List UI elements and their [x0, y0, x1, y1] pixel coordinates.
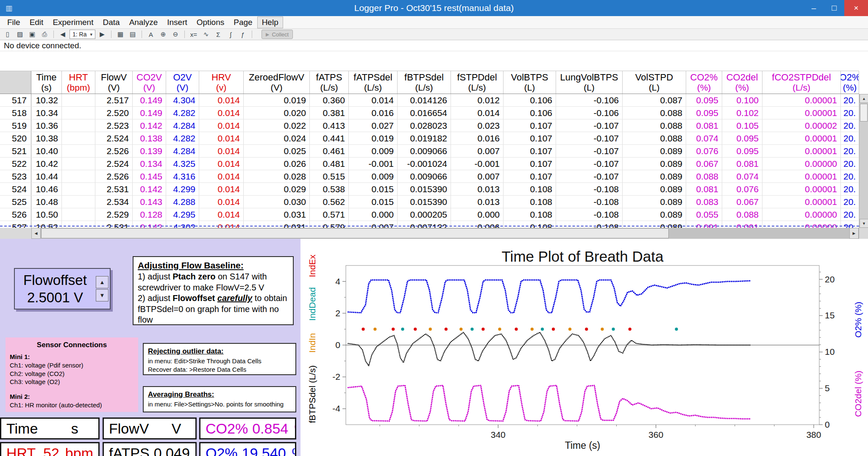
cell[interactable]: 0.067 [722, 196, 762, 208]
cell[interactable]: 0.055 [686, 208, 722, 221]
cell[interactable]: -0.108 [556, 183, 623, 195]
cell[interactable]: 0.019 [349, 132, 398, 144]
cell[interactable]: 0.014 [199, 132, 244, 144]
cell[interactable]: 0.00000 [762, 221, 841, 228]
cell[interactable]: 0.074 [686, 132, 722, 144]
cell[interactable]: 10.34 [31, 107, 62, 119]
meter-hrt[interactable]: HRT52bpm [0, 442, 100, 456]
menu-item-page[interactable]: Page [229, 17, 257, 28]
cell[interactable]: 0.016 [451, 132, 504, 144]
cell[interactable] [62, 145, 95, 157]
cell[interactable]: 0.107 [504, 132, 556, 144]
cell[interactable]: 0.076 [722, 183, 762, 195]
cell[interactable]: 10.52 [31, 221, 62, 228]
meter-co2pct[interactable]: CO2%0.854% [199, 417, 296, 439]
cell[interactable]: 20. [841, 208, 859, 221]
cell[interactable]: 2.531 [95, 221, 133, 228]
cell[interactable]: 0.081 [686, 119, 722, 132]
cell[interactable]: 4.284 [166, 145, 199, 157]
cell[interactable]: 0.100 [722, 94, 762, 106]
cell[interactable]: -0.108 [556, 208, 623, 221]
cell[interactable]: 0.108 [504, 221, 556, 228]
cell[interactable]: 0.095 [686, 94, 722, 106]
cell[interactable]: 0.128 [133, 208, 166, 221]
column-header-co2pct[interactable]: CO2%(%) [686, 71, 722, 94]
cell[interactable]: 10.38 [31, 132, 62, 144]
cell[interactable]: 0.105 [722, 119, 762, 132]
cell[interactable]: 4.282 [166, 132, 199, 144]
data-table-icon[interactable]: ▦ [115, 29, 126, 39]
cell[interactable]: 0.102 [722, 107, 762, 119]
cell[interactable]: 2.524 [95, 158, 133, 170]
new-file-icon[interactable]: ▯ [2, 29, 13, 39]
cell[interactable]: 0.562 [310, 196, 349, 208]
cell[interactable]: 0.007 [451, 170, 504, 182]
cell[interactable]: 0.00001 [762, 107, 841, 119]
cell[interactable] [62, 119, 95, 132]
row-number[interactable]: 524 [0, 183, 31, 195]
row-number[interactable]: 517 [0, 94, 31, 106]
cell[interactable]: 0.106 [504, 94, 556, 106]
cell[interactable]: 0.023 [451, 119, 504, 132]
cell[interactable]: 2.524 [95, 132, 133, 144]
cell[interactable]: -0.001024 [398, 158, 451, 170]
cell[interactable]: -0.107 [556, 158, 623, 170]
cell[interactable]: 0.089 [623, 221, 686, 228]
cell[interactable]: 0.108 [504, 183, 556, 195]
column-header-fstpddel[interactable]: fSTPDdel(L/s) [451, 71, 504, 94]
cell[interactable]: 0.031 [244, 208, 310, 221]
cell[interactable]: 0.014 [199, 107, 244, 119]
cell[interactable]: 10.48 [31, 196, 62, 208]
cell[interactable]: 0.087 [623, 94, 686, 106]
cell[interactable]: 0.026 [244, 158, 310, 170]
cell[interactable]: -0.107 [556, 145, 623, 157]
row-number[interactable]: 526 [0, 208, 31, 221]
cell[interactable]: 2.526 [95, 170, 133, 182]
cell[interactable]: 0.007 [451, 145, 504, 157]
cell[interactable]: 0.029 [244, 183, 310, 195]
statistics-icon[interactable]: Σ [213, 29, 224, 39]
cell[interactable] [62, 208, 95, 221]
cell[interactable]: 0.019182 [398, 132, 451, 144]
column-header-volbtps[interactable]: VolBTPS(L) [504, 71, 556, 94]
cell[interactable]: 4.282 [166, 107, 199, 119]
cell[interactable]: 2.529 [95, 208, 133, 221]
meter-fatps[interactable]: fATPS0.049L/s [103, 442, 197, 456]
column-header-fatps[interactable]: fATPS(L/s) [310, 71, 349, 94]
cell[interactable]: 0.107 [504, 145, 556, 157]
cell[interactable]: 0.107 [504, 158, 556, 170]
integral-icon[interactable]: ∫ [225, 29, 236, 39]
cell[interactable]: 0.014 [199, 196, 244, 208]
cell[interactable]: 0.015 [349, 183, 398, 195]
cell[interactable]: 0.088 [623, 107, 686, 119]
cell[interactable]: 0.515 [310, 170, 349, 182]
cell[interactable]: 10.40 [31, 145, 62, 157]
cell[interactable]: 0.024 [244, 132, 310, 144]
cell[interactable]: 0.028023 [398, 119, 451, 132]
cell[interactable]: 0.088 [722, 208, 762, 221]
cell[interactable] [62, 183, 95, 195]
cell[interactable]: 0.000205 [398, 208, 451, 221]
cell[interactable]: 0.106 [504, 107, 556, 119]
cell[interactable]: 2.531 [95, 183, 133, 195]
cell[interactable]: 0.089 [623, 145, 686, 157]
cell[interactable]: 0.031 [244, 221, 310, 228]
column-header-flowv[interactable]: FlowV(V) [95, 71, 133, 94]
cell[interactable]: 0.00001 [762, 170, 841, 182]
scroll-right-button[interactable]: ▶ [849, 228, 859, 239]
cell[interactable]: 2.523 [95, 119, 133, 132]
cell[interactable]: 0.009066 [398, 145, 451, 157]
table-corner-cell[interactable] [0, 71, 31, 94]
cell[interactable]: 4.299 [166, 183, 199, 195]
cell[interactable]: 0.014 [199, 145, 244, 157]
cell[interactable] [62, 94, 95, 106]
open-folder-icon[interactable]: ▨ [14, 29, 25, 39]
table-vertical-scrollbar[interactable]: ▲ ▼ [859, 94, 868, 228]
cell[interactable]: 0.00002 [762, 119, 841, 132]
cell[interactable]: 0.00000 [762, 208, 841, 221]
cell[interactable]: 0.014 [199, 221, 244, 228]
cell[interactable]: 0.014126 [398, 94, 451, 106]
cell[interactable]: 0.012 [451, 94, 504, 106]
cell[interactable]: -0.108 [556, 196, 623, 208]
menu-item-data[interactable]: Data [98, 17, 124, 28]
